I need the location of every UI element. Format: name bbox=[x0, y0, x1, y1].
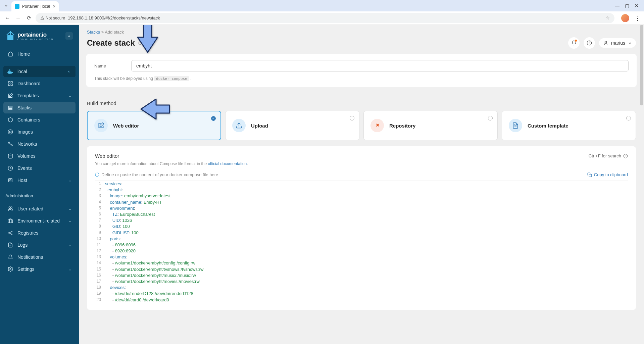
code-line[interactable]: 5 environment: bbox=[95, 205, 628, 211]
tab-dropdown-icon[interactable] bbox=[3, 2, 9, 9]
profile-avatar-icon[interactable] bbox=[621, 14, 629, 22]
volumes-icon bbox=[7, 153, 13, 159]
chevron-down-icon bbox=[628, 41, 632, 45]
refresh-icon[interactable]: ⟳ bbox=[138, 40, 143, 46]
images-icon bbox=[7, 129, 13, 135]
env-close-icon[interactable]: × bbox=[66, 69, 71, 74]
line-number: 15 bbox=[95, 266, 105, 273]
code-line[interactable]: 9 GIDLIST: 100 bbox=[95, 230, 628, 236]
window-minimize-icon[interactable]: — bbox=[615, 3, 620, 8]
code-line[interactable]: 8 GID: 100 bbox=[95, 224, 628, 230]
code-line[interactable]: 13 volumes: bbox=[95, 254, 628, 260]
sidebar-item-environment-related[interactable]: Environment-related⌄ bbox=[3, 215, 76, 227]
window-maximize-icon[interactable]: ▢ bbox=[625, 3, 629, 8]
sidebar-item-stacks[interactable]: Stacks bbox=[3, 102, 76, 113]
reload-button[interactable]: ⟳ bbox=[25, 14, 33, 22]
sidebar-item-containers[interactable]: Containers bbox=[3, 114, 76, 126]
code-line[interactable]: 11 - 8096:8096 bbox=[95, 242, 628, 248]
sidebar-item-user-related[interactable]: User-related⌄ bbox=[3, 203, 76, 214]
code-line[interactable]: 2 embyht: bbox=[95, 187, 628, 193]
code-line[interactable]: 1services: bbox=[95, 181, 628, 187]
line-number: 13 bbox=[95, 254, 105, 260]
forward-button[interactable]: → bbox=[14, 14, 22, 22]
sidebar-item-logs[interactable]: Logs⌄ bbox=[3, 239, 76, 251]
code-line[interactable]: 14 - /volume1/docker/embyht/config:/conf… bbox=[95, 260, 628, 266]
sidebar-item-registries[interactable]: Registries bbox=[3, 227, 76, 239]
url-bar[interactable]: Not secure 192.168.1.18:9000/#!/2/docker… bbox=[36, 13, 614, 23]
method-card-upload[interactable]: Upload bbox=[225, 111, 359, 140]
line-number: 3 bbox=[95, 193, 105, 199]
sidebar-home[interactable]: Home bbox=[3, 48, 76, 60]
sidebar-item-events[interactable]: Events bbox=[3, 162, 76, 174]
line-number: 17 bbox=[95, 279, 105, 285]
svg-rect-6 bbox=[8, 82, 10, 83]
code-editor[interactable]: 1services:2 embyht:3 image: emby/embyser… bbox=[95, 181, 628, 303]
browser-tab[interactable]: Portainer | local × bbox=[11, 1, 59, 11]
sidebar-item-settings[interactable]: Settings⌄ bbox=[3, 263, 76, 275]
scrollbar-thumb[interactable] bbox=[640, 25, 643, 105]
code-line[interactable]: 17 - /volume1/docker/embyht/movies:/movi… bbox=[95, 279, 628, 285]
svg-point-26 bbox=[10, 268, 11, 270]
copy-icon bbox=[587, 173, 592, 177]
code-line[interactable]: 12 - 8920:8920 bbox=[95, 248, 628, 254]
breadcrumb-root[interactable]: Stacks bbox=[87, 30, 100, 35]
page-title: Create stack bbox=[87, 38, 135, 48]
stack-name-input[interactable] bbox=[131, 60, 629, 71]
code-line[interactable]: 6 TZ: Europe/Bucharest bbox=[95, 211, 628, 217]
line-number: 4 bbox=[95, 199, 105, 205]
window-controls: — ▢ ✕ bbox=[615, 3, 641, 8]
code-line[interactable]: 18 devices: bbox=[95, 285, 628, 291]
browser-menu-icon[interactable]: ⋮ bbox=[635, 14, 641, 22]
help-icon bbox=[587, 40, 592, 46]
svg-point-17 bbox=[8, 154, 12, 155]
custom-icon bbox=[509, 119, 522, 132]
code-line[interactable]: 4 container_name: Emby-HT bbox=[95, 199, 628, 205]
code-line[interactable]: 20 - /dev/dri/card0:/dev/dri/card0 bbox=[95, 297, 628, 303]
method-card-repository[interactable]: Repository bbox=[363, 111, 498, 140]
scrollbar[interactable] bbox=[639, 25, 644, 344]
sidebar-item-images[interactable]: Images bbox=[3, 126, 76, 138]
window-close-icon[interactable]: ✕ bbox=[635, 3, 639, 8]
stacks-icon bbox=[7, 105, 13, 111]
sidebar-item-label: Images bbox=[17, 129, 71, 135]
code-line[interactable]: 3 image: emby/embyserver:latest bbox=[95, 193, 628, 199]
method-card-web-editor[interactable]: Web editor✓ bbox=[87, 111, 221, 140]
chevron-down-icon: ⌄ bbox=[68, 207, 71, 211]
sidebar-item-host[interactable]: Host⌄ bbox=[3, 175, 76, 186]
bookmark-star-icon[interactable]: ☆ bbox=[606, 15, 610, 20]
home-icon bbox=[7, 51, 13, 57]
sidebar-item-notifications[interactable]: Notifications bbox=[3, 251, 76, 263]
tab-close-icon[interactable]: × bbox=[53, 4, 55, 9]
code-line[interactable]: 7 UID: 1026 bbox=[95, 217, 628, 224]
back-button[interactable]: ← bbox=[3, 14, 11, 22]
method-radio bbox=[626, 116, 631, 120]
code-line[interactable]: 15 - /volume1/docker/embyht/tvshows:/tvs… bbox=[95, 266, 628, 273]
method-card-custom-template[interactable]: Custom template bbox=[502, 111, 636, 140]
svg-rect-4 bbox=[10, 71, 11, 72]
code-line[interactable]: 10 ports: bbox=[95, 236, 628, 242]
user-menu[interactable]: marius bbox=[599, 38, 636, 48]
sidebar-collapse-button[interactable]: « bbox=[65, 32, 73, 40]
svg-rect-12 bbox=[9, 109, 12, 110]
sidebar-item-label: Networks bbox=[17, 141, 71, 147]
sidebar-env-local[interactable]: local × bbox=[3, 66, 76, 77]
line-number: 6 bbox=[95, 211, 105, 217]
sidebar-item-label: Templates bbox=[17, 93, 64, 98]
tab-title: Portainer | local bbox=[22, 4, 50, 9]
editor-info: You can get more information about Compo… bbox=[95, 161, 628, 166]
help-button[interactable] bbox=[584, 37, 595, 49]
sidebar-item-dashboard[interactable]: Dashboard bbox=[3, 78, 76, 89]
editor-doc-link[interactable]: official documentation bbox=[208, 161, 247, 166]
sidebar-item-volumes[interactable]: Volumes bbox=[3, 150, 76, 162]
sidebar-item-label: Logs bbox=[17, 242, 64, 248]
copy-to-clipboard-button[interactable]: Copy to clipboard bbox=[587, 172, 628, 177]
build-method-heading: Build method bbox=[79, 93, 644, 111]
sidebar-item-networks[interactable]: Networks bbox=[3, 138, 76, 150]
code-line[interactable]: 16 - /volume1/docker/embyht/music/:/musi… bbox=[95, 273, 628, 279]
sidebar-item-label: Stacks bbox=[17, 105, 71, 110]
notifications-icon bbox=[7, 254, 13, 260]
notifications-button[interactable] bbox=[568, 37, 580, 49]
sidebar-item-templates[interactable]: Templates⌄ bbox=[3, 90, 76, 101]
code-line[interactable]: 19 - /dev/dri/renderD128:/dev/dri/render… bbox=[95, 291, 628, 297]
logo[interactable]: portainer.io COMMUNITY EDITION bbox=[6, 30, 53, 42]
